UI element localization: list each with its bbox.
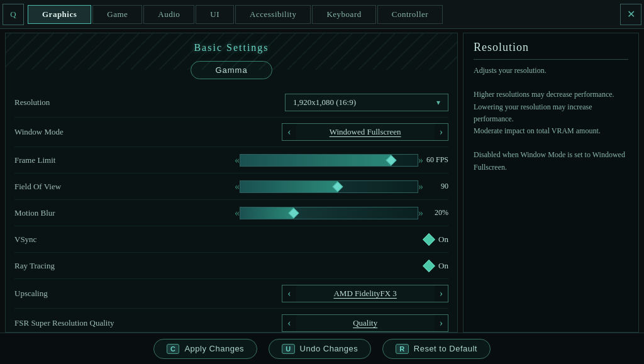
window-mode-next[interactable]: › [435,123,448,141]
setting-control-motion-blur: 20% [140,207,448,219]
fov-slider-fill [240,181,338,192]
setting-row-fov: Field Of View 90 [14,174,448,200]
motion-blur-slider[interactable] [240,207,418,219]
setting-row-vsync: VSync On [14,226,448,253]
top-nav: Q Graphics Game Audio UI Accessibility K… [0,0,644,29]
setting-row-frame-limit: Frame Limit 60 FPS [14,147,448,174]
fsr-value: Quality [296,314,435,332]
setting-label-motion-blur: Motion Blur [14,208,140,218]
setting-row-fsr: FSR Super Resolution Quality ‹ Quality › [14,309,448,333]
undo-label: Undo Changes [300,344,358,353]
motion-blur-right-icon[interactable] [418,207,423,219]
motion-blur-fill [240,207,294,219]
undo-changes-button[interactable]: U Undo Changes [269,339,371,359]
reset-to-default-button[interactable]: R Reset to Default [382,339,491,359]
apply-changes-button[interactable]: C Apply Changes [153,339,257,359]
q-icon[interactable]: Q [3,4,24,25]
reset-key-icon: R [396,344,408,354]
setting-control-resolution: 1,920x1,080 (16:9) ▾ [140,94,448,111]
window-mode-value: Windowed Fullscreen [296,123,435,141]
setting-label-fsr: FSR Super Resolution Quality [14,318,140,328]
setting-row-window-mode: Window Mode ‹ Windowed Fullscreen › [14,118,448,147]
resolution-dropdown[interactable]: 1,920x1,080 (16:9) ▾ [285,94,448,111]
fov-slider[interactable] [240,180,418,193]
fov-slider-left-icon[interactable] [235,181,240,192]
slider-fill [240,155,391,166]
window-mode-cycler: ‹ Windowed Fullscreen › [282,123,448,141]
dropdown-arrow-icon: ▾ [436,98,440,108]
setting-control-vsync: On [140,234,448,245]
fsr-cycler: ‹ Quality › [282,314,448,332]
tab-game[interactable]: Game [92,5,142,24]
frame-limit-slider[interactable] [240,154,418,167]
setting-label-fov: Field Of View [14,182,140,192]
settings-panel: Basic Settings Gamma Resolution 1,920x1,… [5,33,458,333]
vsync-toggle-icon [423,233,435,246]
slider-right-arrow-icon[interactable] [418,155,423,166]
setting-control-window-mode: ‹ Windowed Fullscreen › [140,123,448,141]
tab-controller[interactable]: Controller [377,5,443,24]
info-panel-title: Resolution [474,41,628,60]
slider-left-arrow-icon[interactable] [235,155,240,166]
setting-label-vsync: VSync [14,234,140,245]
vsync-toggle-value: On [438,234,448,245]
upscaling-cycler: ‹ AMD FidelityFX 3 › [282,285,448,302]
fov-slider-right-icon[interactable] [418,181,423,192]
tab-keyboard[interactable]: Keyboard [312,5,375,24]
undo-key-icon: U [282,344,294,354]
setting-label-upscaling: Upscaling [14,289,140,299]
upscaling-prev[interactable]: ‹ [282,285,296,302]
main-content: Basic Settings Gamma Resolution 1,920x1,… [0,29,644,333]
fov-value: 90 [423,182,448,191]
ray-tracing-toggle-icon [423,260,435,272]
setting-control-ray-tracing: On [140,261,448,271]
nav-tabs: Graphics Game Audio UI Accessibility Key… [24,5,620,24]
panel-title: Basic Settings [6,33,457,61]
setting-control-frame-limit: 60 FPS [140,154,448,167]
upscaling-value: AMD FidelityFX 3 [296,285,435,302]
info-panel: Resolution Adjusts your resolution. High… [463,33,639,333]
setting-label-resolution: Resolution [14,97,140,108]
frame-limit-slider-wrap [235,154,423,167]
tab-accessibility[interactable]: Accessibility [235,5,311,24]
apply-label: Apply Changes [184,344,244,353]
apply-key-icon: C [167,344,179,354]
setting-row-upscaling: Upscaling ‹ AMD FidelityFX 3 › [14,279,448,309]
upscaling-next[interactable]: › [435,285,448,302]
fsr-next[interactable]: › [435,314,448,332]
tab-audio[interactable]: Audio [143,5,194,24]
setting-row-resolution: Resolution 1,920x1,080 (16:9) ▾ [14,88,448,118]
ray-tracing-toggle[interactable]: On [425,261,448,271]
setting-control-fov: 90 [140,180,448,193]
setting-row-ray-tracing: Ray Tracing On [14,253,448,279]
reset-label: Reset to Default [414,344,477,353]
motion-blur-value: 20% [423,208,448,218]
setting-control-upscaling: ‹ AMD FidelityFX 3 › [140,285,448,302]
resolution-value: 1,920x1,080 (16:9) [293,97,356,108]
vsync-toggle[interactable]: On [425,234,448,245]
tab-ui[interactable]: UI [196,5,234,24]
close-icon[interactable]: ✕ [620,4,641,25]
setting-row-motion-blur: Motion Blur 20% [14,200,448,226]
info-panel-description: Adjusts your resolution. Higher resoluti… [474,65,628,174]
setting-label-frame-limit: Frame Limit [14,155,140,165]
bottom-bar: C Apply Changes U Undo Changes R Reset t… [0,333,644,364]
setting-label-ray-tracing: Ray Tracing [14,261,140,271]
settings-list: Resolution 1,920x1,080 (16:9) ▾ Window M… [6,88,457,333]
frame-limit-value: 60 FPS [423,155,448,165]
ray-tracing-toggle-value: On [438,261,448,271]
motion-blur-left-icon[interactable] [235,207,240,219]
setting-label-window-mode: Window Mode [14,127,140,137]
window-mode-prev[interactable]: ‹ [282,123,296,141]
fsr-prev[interactable]: ‹ [282,314,296,332]
setting-control-fsr: ‹ Quality › [140,314,448,332]
tab-graphics[interactable]: Graphics [28,5,91,24]
motion-blur-slider-wrap [235,207,423,219]
fov-slider-wrap [235,180,423,193]
